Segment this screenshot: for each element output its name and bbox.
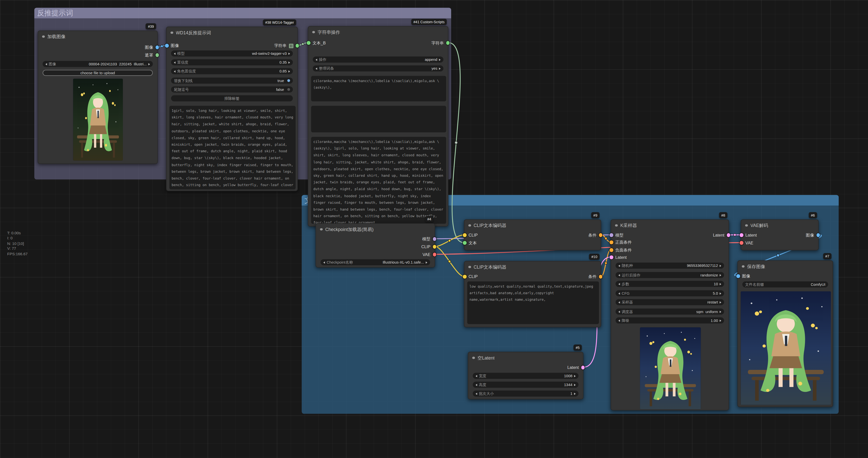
node-wd14-tagger[interactable]: #38 WD14-Tagger WD14反推提示词 图像 字符串 模型 wd-s… <box>166 27 298 191</box>
node-checkpoint-loader[interactable]: #4 Checkpoint加载器(简易) 模型 CLIP VAE Checkpo… <box>316 223 435 268</box>
combo-next-icon[interactable] <box>439 67 441 70</box>
collapse-dot-icon[interactable] <box>312 31 315 33</box>
port-mask-output[interactable]: 遮罩 <box>145 52 159 59</box>
combo-next-icon[interactable] <box>426 261 428 263</box>
combo-prev-icon[interactable] <box>316 58 317 61</box>
model-port-dot[interactable] <box>609 233 613 237</box>
port-conditioning-output[interactable]: 条件 <box>588 273 602 281</box>
combo-next-icon[interactable] <box>288 52 290 55</box>
collapse-dot-icon[interactable] <box>742 265 744 268</box>
string-port-dot[interactable] <box>307 41 310 45</box>
tidy-tags-combo[interactable]: 整理词条 yes <box>313 65 443 71</box>
model-combo[interactable]: 模型 wd-swinv2-tagger-v3 <box>171 51 293 57</box>
combo-next-icon[interactable] <box>720 292 721 294</box>
string-port-dot[interactable] <box>446 41 450 45</box>
collapse-dot-icon[interactable] <box>170 32 173 34</box>
port-latent-output[interactable]: Latent <box>713 231 730 239</box>
node-ksampler[interactable]: #8 K采样器 模型 正面条件 负面条件 Latent Latent 随机种 <box>611 220 729 410</box>
collapse-dot-icon[interactable] <box>615 224 617 227</box>
scheduler-combo[interactable]: 调度器 sgm_uniform <box>616 309 724 315</box>
combo-prev-icon[interactable] <box>618 311 620 313</box>
combo-prev-icon[interactable] <box>323 261 325 263</box>
port-string-output[interactable]: 字符串 <box>432 39 450 47</box>
port-vae-output[interactable]: VAE <box>423 251 436 258</box>
combo-next-icon[interactable] <box>720 311 721 313</box>
vae-port-dot[interactable] <box>433 253 436 256</box>
vae-port-dot[interactable] <box>740 241 743 245</box>
port-model-output[interactable]: 模型 <box>422 235 436 242</box>
conditioning-port-dot[interactable] <box>599 275 602 279</box>
collapse-dot-icon[interactable] <box>745 224 748 227</box>
port-image-input[interactable]: 图像 <box>736 273 750 280</box>
combo-prev-icon[interactable] <box>618 283 620 285</box>
replace-underscore-toggle[interactable]: 替换下划线 true <box>171 78 293 84</box>
port-image-input[interactable]: 图像 <box>165 42 179 50</box>
toggle-on-icon[interactable] <box>287 79 290 82</box>
node-vae-decode[interactable]: #6 VAE解码 Latent VAE 图像 <box>741 220 818 251</box>
combo-prev-icon[interactable] <box>174 61 176 63</box>
combo-next-icon[interactable] <box>288 61 290 63</box>
latent-port-dot[interactable] <box>740 233 743 237</box>
combo-prev-icon[interactable] <box>316 67 317 70</box>
character-threshold-stepper[interactable]: 角色置信度 0.85 <box>171 68 293 74</box>
filename-prefix-input[interactable]: 文件名前缀 ComfyUI <box>742 281 828 287</box>
comb o-next-icon[interactable] <box>720 301 721 303</box>
latent-port-dot[interactable] <box>581 366 584 369</box>
port-negative-input[interactable]: 负面条件 <box>609 247 631 254</box>
port-image-output[interactable]: 图像 <box>806 231 820 239</box>
height-stepper[interactable]: 高度 1344 <box>473 382 579 388</box>
port-clip-input[interactable]: CLIP <box>463 231 478 239</box>
node-clip-encode-positive[interactable]: #9 CLIP文本编码器 CLIP 文本 条件 <box>464 220 601 251</box>
clip-port-dot[interactable] <box>433 245 436 249</box>
conditioning-port-dot[interactable] <box>599 233 602 237</box>
node-graph-canvas[interactable]: 反推提示词 文生图 <box>0 0 868 458</box>
port-positive-input[interactable]: 正面条件 <box>609 239 631 246</box>
node-empty-latent[interactable]: #5 空Latent Latent 宽度 1008 高度 1344 批次大小 1 <box>468 352 584 399</box>
node-header[interactable]: VAE解码 <box>741 220 818 231</box>
node-header[interactable]: K采样器 <box>611 220 728 231</box>
combo-prev-icon[interactable] <box>618 274 620 276</box>
string-port-dot[interactable] <box>295 44 299 48</box>
image-port-dot[interactable] <box>165 44 168 48</box>
combo-prev-icon[interactable] <box>174 70 176 73</box>
threshold-stepper[interactable]: 置信度 0.35 <box>171 59 293 65</box>
latent-port-dot[interactable] <box>609 256 613 259</box>
combo-next-icon[interactable] <box>574 375 576 377</box>
combo-prev-icon[interactable] <box>618 319 620 322</box>
port-text-input[interactable]: 文本 <box>463 239 477 247</box>
collapse-dot-icon[interactable] <box>320 228 322 230</box>
node-load-image[interactable]: #39 加载图像 图像 遮罩 图像 00004-20241103_220245_… <box>38 31 158 164</box>
image-port-dot[interactable] <box>155 46 159 49</box>
port-text-b-input[interactable]: 文本_B <box>307 39 326 47</box>
collapse-dot-icon[interactable] <box>468 266 471 268</box>
node-header[interactable]: CLIP文本编码器 <box>465 262 601 273</box>
port-clip-output[interactable]: CLIP <box>422 243 436 251</box>
action-combo[interactable]: 操作 append <box>313 57 443 63</box>
exclude-tags-input[interactable]: 排除标签 <box>171 95 293 101</box>
port-latent-input[interactable]: Latent <box>609 254 626 261</box>
combo-prev-icon[interactable] <box>45 63 47 65</box>
cfg-stepper[interactable]: CFG 5.0 <box>616 290 724 296</box>
combo-next-icon[interactable] <box>574 383 576 386</box>
image-file-combo[interactable]: 图像 00004-20241103_220245_Illustri... <box>43 61 153 67</box>
node-clip-encode-negative[interactable]: #10 CLIP文本编码器 CLIP 条件 low quality,worst … <box>464 261 601 327</box>
latent-port-dot[interactable] <box>726 233 730 237</box>
combo-prev-icon[interactable] <box>618 292 620 294</box>
port-clip-input[interactable]: CLIP <box>463 273 478 281</box>
clip-port-dot[interactable] <box>463 275 466 279</box>
node-header[interactable]: 保存图像 <box>738 261 832 272</box>
image-port-dot[interactable] <box>816 233 820 237</box>
image-port-dot[interactable] <box>736 275 740 278</box>
sampler-combo[interactable]: 采样器 restart <box>616 299 724 305</box>
combo-prev-icon[interactable] <box>618 265 620 267</box>
combo-next-icon[interactable] <box>148 63 150 65</box>
port-image-output[interactable]: 图像 <box>145 44 159 51</box>
combo-next-icon[interactable] <box>439 58 441 61</box>
text-b-textarea[interactable] <box>311 106 446 132</box>
node-header[interactable]: 字符串操作 <box>308 27 448 38</box>
combo-prev-icon[interactable] <box>476 375 477 377</box>
node-header[interactable]: WD14反推提示词 <box>166 27 297 38</box>
denoise-stepper[interactable]: 降噪 1.00 <box>616 317 724 323</box>
collapse-dot-icon[interactable] <box>468 224 471 227</box>
batch-size-stepper[interactable]: 批次大小 1 <box>473 391 579 397</box>
